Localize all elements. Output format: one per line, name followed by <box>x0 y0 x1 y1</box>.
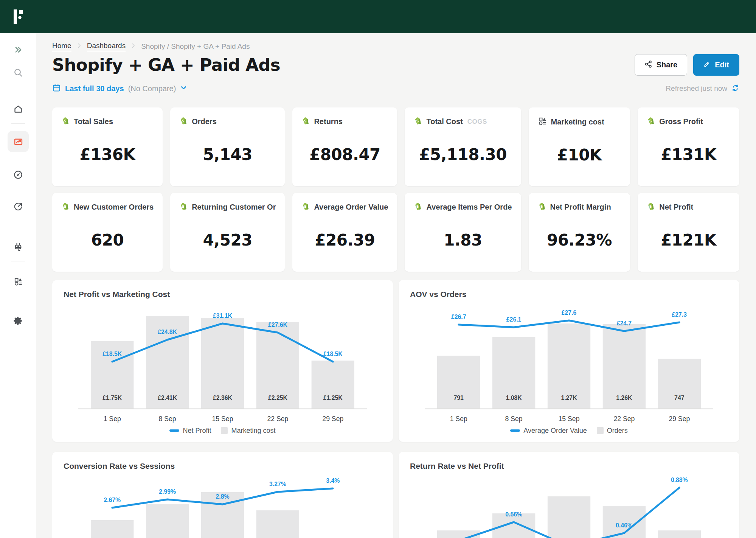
chart-plot: 2.67%2.99%2.8%3.27%3.4% <box>64 474 382 538</box>
bar-label: £1.25K <box>323 394 343 401</box>
kpi-value: £121K <box>661 231 716 249</box>
x-tick-label: 1 Sep <box>104 414 121 423</box>
kpi-card: Marketing cost£10K <box>529 107 630 186</box>
kpi-label: Returning Customer Or <box>192 203 276 211</box>
bar-label: 791 <box>454 394 464 401</box>
svg-text:S: S <box>182 205 185 209</box>
line-label: £18.5K <box>323 350 343 357</box>
kpi-label: Average Items Per Orde <box>426 203 512 211</box>
legend-item[interactable]: Net Profit <box>169 427 211 435</box>
share-button[interactable]: Share <box>635 54 688 76</box>
plug-icon <box>13 243 23 252</box>
shopify-icon: S <box>61 117 70 127</box>
bar-label: £1.75K <box>102 394 122 401</box>
shopify-icon: S <box>61 202 70 212</box>
search-button[interactable] <box>8 62 29 83</box>
share-icon <box>644 60 652 70</box>
kpi-value: 1.83 <box>444 231 482 249</box>
shared-link-nav[interactable] <box>8 196 29 217</box>
gear-icon <box>13 316 23 326</box>
svg-text:S: S <box>304 205 307 209</box>
chart-title: AOV vs Orders <box>410 290 728 299</box>
svg-text:S: S <box>182 119 185 123</box>
x-tick-label: 22 Sep <box>267 414 288 423</box>
x-tick-label: 29 Sep <box>322 414 343 423</box>
calendar-icon <box>52 84 61 94</box>
x-tick-label: 15 Sep <box>212 414 233 423</box>
breadcrumb-chevron-icon <box>76 42 82 51</box>
kpi-label: Orders <box>192 117 217 126</box>
chart-card: Net Profit vs Marketing Cost£1.75K£2.41K… <box>52 280 393 442</box>
kpi-header: STotal Sales <box>61 117 154 127</box>
brand-logo-icon[interactable] <box>13 9 28 24</box>
bar <box>658 530 701 538</box>
kpi-value: £136K <box>80 145 135 164</box>
line-label: 0.56% <box>505 510 522 518</box>
chart-card: Conversion Rate vs Sessions2.67%2.99%2.8… <box>52 452 393 538</box>
x-tick-label: 1 Sep <box>450 414 467 423</box>
dashboards-nav[interactable] <box>8 131 29 152</box>
shopify-icon: S <box>179 202 188 212</box>
bar <box>437 530 480 538</box>
date-range-label: Last full 30 days <box>65 84 124 93</box>
home-nav[interactable] <box>8 98 29 120</box>
line-label: 2.8% <box>216 493 230 500</box>
blocks-nav[interactable] <box>8 271 29 292</box>
shapes-icon <box>538 117 547 128</box>
kpi-card: STotal CostCOGS£5,118.30 <box>405 107 521 186</box>
pencil-icon <box>703 61 711 70</box>
bar <box>91 520 134 538</box>
kpi-card: SReturning Customer Or4,523 <box>170 193 285 272</box>
edit-button[interactable]: Edit <box>693 54 739 76</box>
chart-title: Return Rate vs Net Profit <box>410 462 728 471</box>
kpi-value: £26.39 <box>315 231 375 249</box>
line-label: £26.7 <box>451 313 466 320</box>
shopify-icon: S <box>414 202 422 212</box>
legend-bar-swatch <box>597 427 604 434</box>
settings-nav[interactable] <box>8 310 29 331</box>
kpi-value: 96.23% <box>547 231 612 249</box>
integrations-nav[interactable] <box>8 237 29 258</box>
kpi-card: SNet Profit£121K <box>638 193 739 272</box>
chevron-down-icon <box>180 84 187 93</box>
kpi-value: £10K <box>557 146 602 164</box>
share-button-label: Share <box>657 61 678 69</box>
breadcrumb-link[interactable]: Home <box>52 42 71 51</box>
discover-nav[interactable] <box>8 164 29 185</box>
collapse-sidebar-button[interactable] <box>8 39 29 60</box>
breadcrumb-link[interactable]: Dashboards <box>87 42 126 51</box>
legend-label: Average Order Value <box>523 427 587 435</box>
legend-label: Marketing cost <box>231 427 275 435</box>
line-label: £27.6 <box>562 309 577 316</box>
svg-text:S: S <box>416 205 419 209</box>
shapes-icon <box>14 277 23 286</box>
date-range-filter[interactable]: Last full 30 days (No Compare) <box>52 84 187 94</box>
bar-label: 747 <box>674 394 684 401</box>
kpi-header: SAverage Order Value <box>301 202 388 212</box>
chart-card: AOV vs Orders7911.08K1.27K1.26K747£26.7£… <box>399 280 739 442</box>
legend-item[interactable]: Average Order Value <box>510 427 587 435</box>
charts-grid: Net Profit vs Marketing Cost£1.75K£2.41K… <box>52 280 739 538</box>
svg-text:S: S <box>649 205 652 209</box>
legend-item[interactable]: Marketing cost <box>221 427 275 435</box>
line-label: 3.27% <box>269 480 286 487</box>
kpi-value: 620 <box>91 231 124 249</box>
kpi-card: STotal Sales£136K <box>52 107 163 186</box>
top-bar <box>0 0 756 33</box>
kpi-value: 5,143 <box>203 145 252 164</box>
kpi-grid: STotal Sales£136KSOrders5,143SReturns£80… <box>52 107 739 272</box>
x-tick-label: 29 Sep <box>669 414 690 423</box>
kpi-card: SGross Profit£131K <box>638 107 739 186</box>
line-label: £27.6K <box>268 321 287 328</box>
kpi-card: SOrders5,143 <box>170 107 285 186</box>
bar-label: £2.25K <box>268 394 287 401</box>
edit-button-label: Edit <box>715 61 729 69</box>
kpi-card: SNew Customer Orders620 <box>52 193 163 272</box>
bar-label: 1.26K <box>616 394 632 401</box>
shopify-icon: S <box>647 117 655 127</box>
refresh-icon[interactable] <box>731 84 739 93</box>
bar <box>256 510 299 538</box>
legend-item[interactable]: Orders <box>597 427 628 435</box>
legend-line-swatch <box>510 429 520 432</box>
kpi-label: Total Sales <box>74 117 113 126</box>
